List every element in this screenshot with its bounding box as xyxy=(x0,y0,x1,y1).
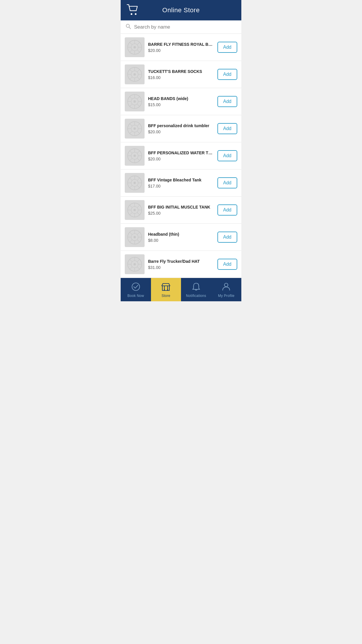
product-image xyxy=(125,173,145,193)
search-input[interactable] xyxy=(134,24,237,30)
add-to-cart-button[interactable]: Add xyxy=(217,259,237,270)
svg-line-91 xyxy=(130,240,132,242)
product-item: Headband (thin) $8.00 Add xyxy=(121,224,241,251)
product-price: $8.00 xyxy=(148,238,215,243)
product-image xyxy=(125,64,145,84)
svg-line-58 xyxy=(130,158,132,161)
svg-line-34 xyxy=(137,104,140,107)
product-name: Headband (thin) xyxy=(148,232,215,237)
product-name: Barre Fly Trucker/Dad HAT xyxy=(148,259,215,264)
svg-line-44 xyxy=(130,124,132,126)
product-image xyxy=(125,200,145,220)
svg-line-12 xyxy=(137,50,140,52)
svg-line-11 xyxy=(130,42,132,45)
product-info: BFF personalized drink tumbler $20.00 xyxy=(148,123,215,134)
add-to-cart-button[interactable]: Add xyxy=(217,96,237,107)
nav-item-book-now[interactable]: Book Now xyxy=(121,278,151,301)
product-price: $15.00 xyxy=(148,102,215,107)
svg-point-61 xyxy=(133,182,136,184)
bottom-nav: Book Now Store Notifications My Profile xyxy=(121,278,241,301)
svg-line-35 xyxy=(137,97,140,99)
add-to-cart-button[interactable]: Add xyxy=(217,204,237,216)
product-info: BFF PERSONALIZED WATER TUMBL... $20.00 xyxy=(148,150,215,161)
page-title: Online Store xyxy=(162,6,200,14)
product-price: $16.00 xyxy=(148,75,215,80)
product-item: HEAD BANDS (wide) $15.00 Add xyxy=(121,88,241,115)
product-item: Barre Fly Trucker/Dad HAT $31.00 Add xyxy=(121,251,241,278)
product-image xyxy=(125,92,145,111)
product-price: $20.00 xyxy=(148,157,215,161)
product-info: Headband (thin) $8.00 xyxy=(148,232,215,243)
search-icon xyxy=(125,23,131,31)
product-price: $17.00 xyxy=(148,184,215,188)
notifications-label: Notifications xyxy=(186,294,206,298)
nav-item-store[interactable]: Store xyxy=(151,278,181,301)
my-profile-icon xyxy=(222,282,231,294)
svg-line-69 xyxy=(130,186,132,188)
product-info: TUCKETT'S BARRE SOCKS $16.00 xyxy=(148,69,215,80)
product-info: BARRE FLY FITNESS ROYAL BLUE TA... $20.0… xyxy=(148,42,215,53)
svg-point-17 xyxy=(133,73,136,76)
add-to-cart-button[interactable]: Add xyxy=(217,123,237,134)
product-item: BFF PERSONALIZED WATER TUMBL... $20.00 A… xyxy=(121,142,241,169)
svg-line-25 xyxy=(130,77,132,80)
search-bar xyxy=(121,20,241,34)
svg-line-67 xyxy=(137,186,140,188)
svg-line-56 xyxy=(137,158,140,161)
svg-point-39 xyxy=(133,127,136,130)
svg-point-103 xyxy=(132,283,140,290)
product-price: $20.00 xyxy=(148,130,215,134)
add-to-cart-button[interactable]: Add xyxy=(217,42,237,53)
product-item: BFF personalized drink tumbler $20.00 Ad… xyxy=(121,115,241,142)
svg-line-90 xyxy=(137,232,140,235)
add-to-cart-button[interactable]: Add xyxy=(217,150,237,161)
product-price: $31.00 xyxy=(148,265,215,270)
nav-item-my-profile[interactable]: My Profile xyxy=(211,278,242,301)
product-info: Barre Fly Trucker/Dad HAT $31.00 xyxy=(148,259,215,270)
nav-item-notifications[interactable]: Notifications xyxy=(181,278,211,301)
svg-point-50 xyxy=(133,155,136,157)
product-item: BFF Vintage Bleached Tank $17.00 Add xyxy=(121,169,241,197)
svg-line-102 xyxy=(130,267,132,270)
product-name: BARRE FLY FITNESS ROYAL BLUE TA... xyxy=(148,42,215,47)
svg-point-28 xyxy=(133,100,136,103)
store-icon xyxy=(161,282,171,294)
svg-line-13 xyxy=(137,42,140,45)
product-image xyxy=(125,119,145,139)
svg-point-94 xyxy=(133,263,136,265)
product-image xyxy=(125,146,145,166)
svg-line-55 xyxy=(130,151,132,153)
product-item: BFF BIG INITIAL MUSCLE TANK $25.00 Add xyxy=(121,197,241,224)
product-price: $20.00 xyxy=(148,48,215,53)
svg-point-108 xyxy=(224,283,228,287)
svg-line-66 xyxy=(130,178,132,181)
book-now-label: Book Now xyxy=(127,294,144,298)
svg-line-14 xyxy=(130,50,132,52)
product-name: BFF BIG INITIAL MUSCLE TANK xyxy=(148,204,215,210)
add-to-cart-button[interactable]: Add xyxy=(217,69,237,80)
svg-line-23 xyxy=(137,77,140,80)
product-name: BFF Vintage Bleached Tank xyxy=(148,177,215,183)
svg-line-79 xyxy=(137,205,140,208)
product-info: BFF Vintage Bleached Tank $17.00 xyxy=(148,177,215,188)
add-to-cart-button[interactable]: Add xyxy=(217,177,237,188)
svg-line-45 xyxy=(137,131,140,134)
app-header: Online Store xyxy=(121,0,241,20)
cart-icon[interactable] xyxy=(126,4,139,16)
svg-line-68 xyxy=(137,178,140,181)
svg-line-101 xyxy=(137,259,140,262)
product-image xyxy=(125,254,145,274)
svg-line-47 xyxy=(130,131,132,134)
product-name: HEAD BANDS (wide) xyxy=(148,96,215,101)
product-name: BFF PERSONALIZED WATER TUMBL... xyxy=(148,150,215,155)
product-name: BFF personalized drink tumbler xyxy=(148,123,215,128)
svg-line-22 xyxy=(130,69,132,72)
svg-point-1 xyxy=(135,13,137,15)
svg-line-46 xyxy=(137,124,140,126)
store-label: Store xyxy=(161,294,170,298)
product-image xyxy=(125,227,145,247)
notifications-icon xyxy=(191,282,201,294)
svg-line-88 xyxy=(130,232,132,235)
add-to-cart-button[interactable]: Add xyxy=(217,232,237,243)
svg-line-78 xyxy=(137,213,140,215)
